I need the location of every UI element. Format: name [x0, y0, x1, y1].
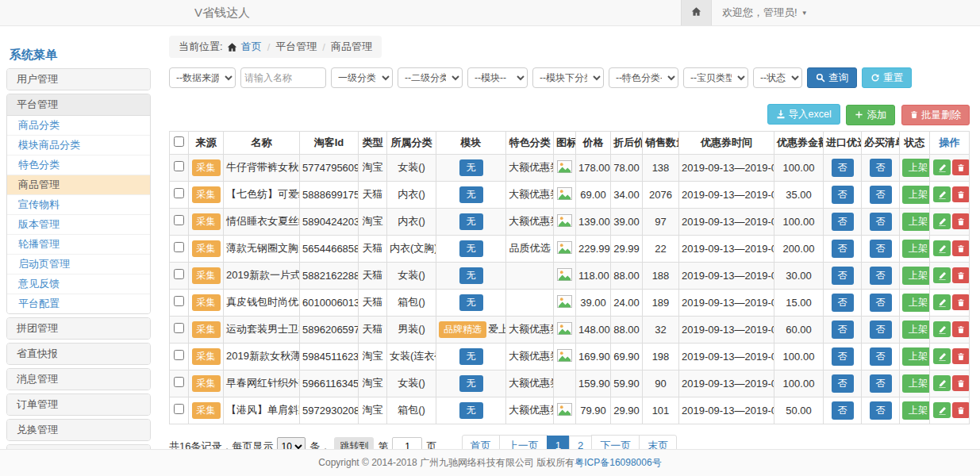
- edit-button[interactable]: [933, 348, 951, 364]
- delete-button[interactable]: [952, 294, 970, 310]
- edit-button[interactable]: [933, 375, 951, 391]
- must-buy-toggle[interactable]: 否: [870, 294, 892, 312]
- row-checkbox[interactable]: [174, 242, 184, 252]
- row-checkbox[interactable]: [174, 161, 184, 171]
- sidebar-group-header[interactable]: 平台管理: [7, 94, 150, 116]
- sidebar-subitem[interactable]: 意见反馈: [7, 274, 150, 294]
- must-buy-toggle[interactable]: 否: [870, 240, 892, 258]
- sidebar-group-header[interactable]: 订单管理: [7, 394, 150, 415]
- sidebar-subitem[interactable]: 平台配置: [7, 294, 150, 313]
- import-select-toggle[interactable]: 否: [832, 240, 854, 258]
- filter-data-source[interactable]: --数据来源--: [169, 67, 236, 88]
- filter-module[interactable]: --模块--: [467, 67, 528, 88]
- search-button[interactable]: 查询: [807, 67, 857, 88]
- select-all-checkbox[interactable]: [174, 136, 184, 147]
- sidebar-subitem[interactable]: 商品管理: [7, 175, 150, 195]
- filter-status[interactable]: --状态--: [753, 67, 802, 88]
- import-excel-button[interactable]: 导入excel: [767, 104, 840, 125]
- must-buy-toggle[interactable]: 否: [870, 186, 892, 204]
- sidebar-subitem[interactable]: 宣传物料: [7, 195, 150, 215]
- status-button[interactable]: 上架: [902, 294, 930, 312]
- must-buy-toggle[interactable]: 否: [870, 213, 892, 231]
- status-button[interactable]: 上架: [902, 321, 930, 339]
- import-select-toggle[interactable]: 否: [832, 267, 854, 285]
- delete-button[interactable]: [952, 159, 970, 175]
- sidebar-subitem[interactable]: 特色分类: [7, 155, 150, 175]
- filter-feature-category[interactable]: --特色分类--: [609, 67, 678, 88]
- sidebar-group-header[interactable]: 消息管理: [7, 369, 150, 390]
- import-select-toggle[interactable]: 否: [832, 347, 854, 366]
- delete-button[interactable]: [952, 321, 970, 337]
- operations-cell: [930, 154, 970, 181]
- row-checkbox[interactable]: [174, 215, 184, 225]
- status-button[interactable]: 上架: [902, 401, 930, 420]
- edit-button[interactable]: [933, 240, 951, 256]
- row-checkbox[interactable]: [174, 296, 184, 306]
- status-button[interactable]: 上架: [902, 159, 930, 177]
- delete-button[interactable]: [952, 267, 970, 283]
- edit-button[interactable]: [933, 186, 951, 202]
- sidebar-subitem[interactable]: 模块商品分类: [7, 136, 150, 155]
- edit-button[interactable]: [933, 213, 951, 229]
- status-button[interactable]: 上架: [902, 213, 930, 231]
- status-button[interactable]: 上架: [902, 186, 930, 204]
- filter-module-subcategory[interactable]: --模块下分类--: [532, 67, 604, 88]
- must-buy-toggle[interactable]: 否: [870, 347, 892, 366]
- status-button[interactable]: 上架: [902, 347, 930, 366]
- sidebar-group-header[interactable]: 用户管理: [7, 69, 150, 90]
- status-button[interactable]: 上架: [902, 240, 930, 258]
- row-checkbox[interactable]: [174, 377, 184, 387]
- status-button[interactable]: 上架: [902, 374, 930, 393]
- batch-delete-button[interactable]: 批量删除: [901, 105, 970, 125]
- filter-name-search[interactable]: [240, 67, 326, 88]
- category-cell: 女装(): [387, 154, 436, 181]
- must-buy-toggle[interactable]: 否: [870, 374, 892, 393]
- delete-button[interactable]: [952, 375, 970, 391]
- home-button[interactable]: [681, 0, 712, 25]
- row-checkbox[interactable]: [174, 188, 184, 198]
- user-menu[interactable]: 欢迎您，管理员! ▼: [722, 0, 808, 25]
- edit-button[interactable]: [933, 402, 951, 418]
- icp-link[interactable]: 粤ICP备16098006号: [575, 457, 661, 468]
- sidebar-subitem[interactable]: 版本管理: [7, 215, 150, 235]
- import-select-toggle[interactable]: 否: [832, 159, 854, 177]
- checkbox-cell: [170, 181, 189, 208]
- sidebar-group-header[interactable]: 拼团管理: [7, 318, 150, 339]
- delete-button[interactable]: [952, 213, 970, 229]
- row-checkbox[interactable]: [174, 323, 184, 333]
- sidebar-subitem[interactable]: 商品分类: [7, 116, 150, 136]
- filter-level1-category[interactable]: 一级分类: [331, 67, 393, 88]
- must-buy-toggle[interactable]: 否: [870, 159, 892, 177]
- delete-button[interactable]: [952, 402, 970, 418]
- import-select-toggle[interactable]: 否: [832, 374, 854, 393]
- module-none-badge: 无: [459, 213, 483, 230]
- import-select-toggle[interactable]: 否: [832, 213, 854, 231]
- delete-button[interactable]: [952, 186, 970, 202]
- add-button[interactable]: 添加: [846, 105, 895, 125]
- edit-button[interactable]: [933, 159, 951, 175]
- must-buy-toggle[interactable]: 否: [870, 267, 892, 285]
- import-select-toggle[interactable]: 否: [832, 294, 854, 312]
- reset-button[interactable]: 重置: [862, 67, 912, 88]
- row-checkbox[interactable]: [174, 350, 184, 360]
- delete-button[interactable]: [952, 348, 970, 364]
- import-select-toggle[interactable]: 否: [832, 186, 854, 204]
- edit-button[interactable]: [933, 267, 951, 283]
- sidebar-subitem[interactable]: 启动页管理: [7, 255, 150, 274]
- status-button[interactable]: 上架: [902, 267, 930, 285]
- must-buy-toggle[interactable]: 否: [870, 321, 892, 339]
- sidebar-group-header[interactable]: 兑换管理: [7, 420, 150, 440]
- import-select-toggle[interactable]: 否: [832, 401, 854, 420]
- filter-level2-category[interactable]: --二级分类--: [398, 67, 463, 88]
- import-select-toggle[interactable]: 否: [832, 321, 854, 339]
- edit-button[interactable]: [933, 294, 951, 310]
- delete-button[interactable]: [952, 240, 970, 256]
- filter-item-type[interactable]: --宝贝类型--: [683, 67, 748, 88]
- sidebar-group-header[interactable]: 省直快报: [7, 344, 150, 364]
- breadcrumb-home-link[interactable]: 首页: [241, 40, 262, 54]
- sidebar-subitem[interactable]: 轮播管理: [7, 235, 150, 255]
- edit-button[interactable]: [933, 321, 951, 337]
- must-buy-toggle[interactable]: 否: [870, 401, 892, 420]
- row-checkbox[interactable]: [174, 269, 184, 279]
- row-checkbox[interactable]: [174, 404, 184, 414]
